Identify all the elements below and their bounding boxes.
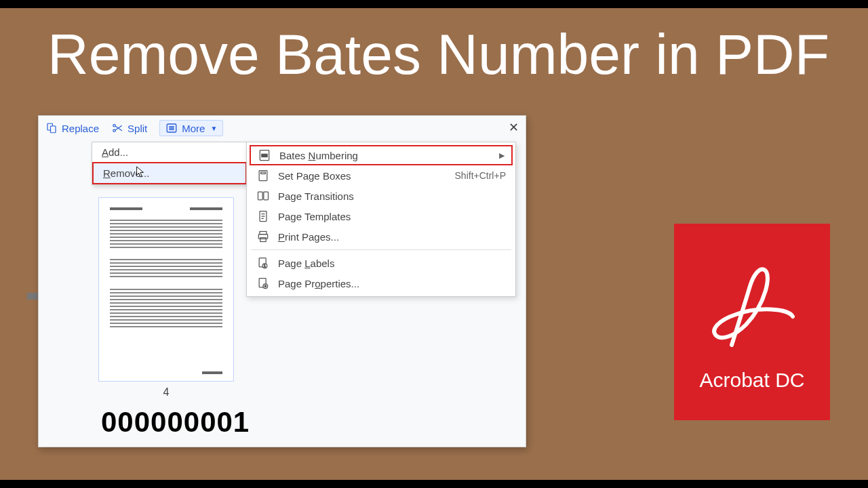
- set-boxes-shortcut: Shift+Ctrl+P: [455, 170, 506, 181]
- more-button[interactable]: More ▼: [159, 120, 223, 136]
- split-button[interactable]: Split: [111, 122, 147, 134]
- bates-icon: [258, 148, 271, 162]
- templates-label: Page Templates: [278, 211, 506, 222]
- labels-icon: 1: [256, 256, 270, 270]
- acrobat-dc-logo: Acrobat DC: [674, 224, 830, 420]
- logo-caption: Acrobat DC: [699, 369, 804, 392]
- thumb-text: [110, 289, 222, 328]
- more-label: More: [182, 123, 205, 134]
- transitions-label: Page Transitions: [278, 190, 506, 202]
- templates-icon: [256, 209, 270, 223]
- close-button[interactable]: ✕: [509, 120, 519, 135]
- scissors-icon: [111, 122, 123, 134]
- side-tab: [27, 293, 38, 300]
- transitions-icon: [256, 189, 270, 203]
- labels-label: Page Labels: [278, 258, 506, 269]
- menu-item-bates-numbering[interactable]: Bates Numbering ▶: [250, 145, 513, 165]
- svg-rect-1: [51, 126, 56, 133]
- add-label-rest: dd...: [108, 146, 128, 158]
- submenu-arrow-icon: ▶: [499, 151, 505, 160]
- list-icon: [165, 122, 178, 134]
- thumb-header: [110, 207, 222, 210]
- print-icon: [256, 230, 270, 243]
- menu-item-set-page-boxes[interactable]: Set Page Boxes Shift+Ctrl+P: [247, 165, 515, 186]
- page-number: 4: [99, 386, 233, 399]
- background: Remove Bates Number in PDF Replace Split…: [0, 8, 868, 480]
- svg-rect-6: [262, 154, 267, 157]
- svg-rect-12: [260, 232, 267, 235]
- thumb-text: [110, 259, 222, 278]
- svg-text:1: 1: [264, 264, 266, 268]
- organize-pages-panel: Replace Split More ▼ ✕ Add... Remove...: [38, 115, 526, 447]
- replace-button[interactable]: Replace: [45, 122, 99, 134]
- remove-label-rest: emove...: [111, 167, 150, 179]
- svg-rect-10: [264, 192, 269, 200]
- thumb-footer: [202, 371, 222, 374]
- menu-separator: [251, 249, 511, 250]
- page-boxes-icon: [256, 169, 270, 182]
- bates-number-sample: 000000001: [101, 406, 250, 439]
- svg-rect-14: [260, 238, 266, 242]
- toolbar: Replace Split More ▼: [39, 116, 526, 140]
- acrobat-icon: [701, 252, 803, 361]
- menu-item-page-templates[interactable]: Page Templates: [247, 206, 515, 226]
- more-menu: Bates Numbering ▶ Set Page Boxes Shift+C…: [246, 142, 516, 297]
- bates-submenu: Add... Remove...: [92, 142, 248, 185]
- menu-item-print-pages[interactable]: Print Pages...: [247, 226, 515, 247]
- bates-label: Bates Numbering: [279, 150, 491, 161]
- menu-item-page-labels[interactable]: 1 Page Labels: [247, 253, 515, 273]
- replace-icon: [45, 122, 58, 134]
- svg-point-20: [264, 285, 267, 287]
- page-title: Remove Bates Number in PDF: [47, 22, 829, 87]
- replace-label: Replace: [62, 123, 99, 134]
- thumb-text: [110, 220, 222, 248]
- svg-rect-8: [261, 172, 266, 174]
- split-label: Split: [127, 123, 147, 134]
- menu-item-page-transitions[interactable]: Page Transitions: [247, 186, 515, 206]
- set-boxes-label: Set Page Boxes: [278, 170, 447, 182]
- page-thumbnail[interactable]: 4: [98, 197, 234, 382]
- menu-item-page-properties[interactable]: Page Properties...: [247, 273, 515, 293]
- print-label: Print Pages...: [278, 231, 506, 243]
- menu-item-remove[interactable]: Remove...: [92, 162, 247, 184]
- svg-rect-9: [258, 192, 263, 200]
- properties-icon: [256, 277, 270, 290]
- properties-label: Page Properties...: [278, 278, 506, 289]
- chevron-down-icon: ▼: [210, 125, 217, 132]
- menu-item-add[interactable]: Add...: [92, 142, 247, 162]
